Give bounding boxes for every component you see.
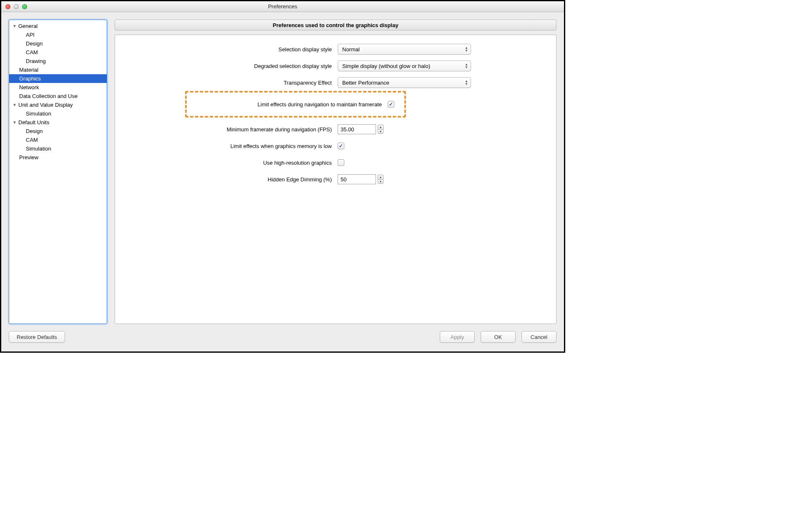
sidebar-item-label: Default Units	[18, 119, 49, 125]
select-value: Normal	[342, 46, 360, 53]
disclosure-triangle-icon[interactable]: ▼	[13, 120, 18, 125]
stepper-up-icon[interactable]: ▲	[378, 175, 383, 179]
disclosure-triangle-icon[interactable]: ▼	[13, 24, 18, 28]
sidebar-item-unit-value-display[interactable]: ▼ Unit and Value Display	[9, 100, 107, 109]
main-panel: Preferences used to control the graphics…	[115, 20, 556, 324]
select-transparency[interactable]: Better Performance ▲▼	[338, 77, 471, 88]
input-min-fps[interactable]	[338, 124, 376, 134]
sidebar-item-material[interactable]: Material	[9, 65, 107, 74]
sidebar-item-design-2[interactable]: Design	[9, 127, 107, 136]
apply-button[interactable]: Apply	[440, 331, 475, 343]
stepper-dimming[interactable]: ▲ ▼	[378, 175, 383, 184]
sidebar-item-label: Data Collection and Use	[19, 93, 78, 99]
footer: Restore Defaults Apply OK Cancel	[1, 328, 564, 351]
label-min-fps: Minimum framerate during navigation (FPS…	[123, 126, 332, 133]
select-value: Better Performance	[342, 80, 389, 86]
select-arrows-icon: ▲▼	[465, 46, 468, 52]
sidebar-item-label: CAM	[26, 137, 38, 143]
preferences-sidebar[interactable]: ▼ General API Design CAM Drawing Materia…	[9, 20, 107, 324]
row-high-res: Use high-resolution graphics ✓	[123, 154, 548, 171]
titlebar: Preferences	[1, 1, 564, 12]
sidebar-item-label: Drawing	[26, 58, 46, 64]
sidebar-item-cam-2[interactable]: CAM	[9, 136, 107, 144]
content-area: ▼ General API Design CAM Drawing Materia…	[1, 12, 564, 328]
stepper-up-icon[interactable]: ▲	[378, 125, 383, 129]
checkbox-high-res[interactable]: ✓	[338, 159, 344, 166]
label-high-res: Use high-resolution graphics	[123, 160, 332, 166]
sidebar-item-data-collection[interactable]: Data Collection and Use	[9, 92, 107, 100]
panel-header: Preferences used to control the graphics…	[115, 20, 556, 30]
sidebar-item-label: Design	[26, 40, 43, 47]
checkbox-limit-memory[interactable]: ✓	[338, 143, 344, 149]
row-selection-style: Selection display style Normal ▲▼	[123, 41, 548, 58]
restore-defaults-button[interactable]: Restore Defaults	[9, 331, 65, 343]
label-transparency: Transparency Effect	[123, 80, 332, 86]
select-arrows-icon: ▲▼	[465, 80, 468, 85]
label-dimming: Hidden Edge Dimming (%)	[123, 176, 332, 183]
sidebar-item-drawing[interactable]: Drawing	[9, 57, 107, 65]
window-title: Preferences	[1, 3, 564, 10]
sidebar-item-api[interactable]: API	[9, 30, 107, 39]
stepper-down-icon[interactable]: ▼	[378, 179, 383, 184]
sidebar-item-cam[interactable]: CAM	[9, 48, 107, 57]
label-limit-navigation-effects: Limit effects during navigation to maint…	[187, 101, 382, 108]
row-degraded-style: Degraded selection display style Simple …	[123, 58, 548, 74]
panel-body: Selection display style Normal ▲▼ Degrad…	[115, 35, 556, 324]
row-dimming: Hidden Edge Dimming (%) ▲ ▼	[123, 171, 548, 188]
sidebar-item-label: Preview	[19, 154, 38, 161]
select-degraded-style[interactable]: Simple display (without glow or halo) ▲▼	[338, 60, 471, 71]
select-arrows-icon: ▲▼	[465, 63, 468, 69]
disclosure-triangle-icon[interactable]: ▼	[13, 103, 18, 107]
select-selection-style[interactable]: Normal ▲▼	[338, 44, 471, 55]
highlight-annotation: Limit effects during navigation to maint…	[185, 91, 406, 118]
ok-button[interactable]: OK	[481, 331, 516, 343]
sidebar-item-label: General	[18, 23, 38, 29]
sidebar-item-simulation-2[interactable]: Simulation	[9, 144, 107, 153]
sidebar-item-label: Material	[19, 67, 38, 73]
cancel-button[interactable]: Cancel	[521, 331, 556, 343]
row-limit-memory: Limit effects when graphics memory is lo…	[123, 138, 548, 154]
stepper-min-fps[interactable]: ▲ ▼	[378, 125, 383, 134]
sidebar-item-design[interactable]: Design	[9, 39, 107, 48]
sidebar-item-default-units[interactable]: ▼ Default Units	[9, 118, 107, 127]
stepper-down-icon[interactable]: ▼	[378, 129, 383, 134]
input-dimming[interactable]	[338, 174, 376, 184]
sidebar-item-graphics[interactable]: Graphics	[9, 74, 107, 83]
label-selection-style: Selection display style	[123, 46, 332, 53]
sidebar-item-general[interactable]: ▼ General	[9, 22, 107, 30]
checkbox-limit-navigation-effects[interactable]: ✓	[388, 101, 394, 108]
sidebar-item-label: Unit and Value Display	[18, 102, 73, 108]
sidebar-item-label: API	[26, 32, 35, 38]
row-transparency: Transparency Effect Better Performance ▲…	[123, 74, 548, 91]
sidebar-item-label: Simulation	[26, 146, 51, 152]
sidebar-item-label: Network	[19, 84, 39, 90]
sidebar-item-network[interactable]: Network	[9, 83, 107, 92]
sidebar-item-label: Simulation	[26, 110, 51, 117]
sidebar-item-label: Design	[26, 128, 43, 134]
sidebar-item-label: Graphics	[19, 75, 41, 82]
row-min-fps: Minimum framerate during navigation (FPS…	[123, 121, 548, 138]
sidebar-item-preview[interactable]: Preview	[9, 153, 107, 162]
label-limit-memory: Limit effects when graphics memory is lo…	[123, 143, 332, 149]
select-value: Simple display (without glow or halo)	[342, 63, 430, 69]
preferences-window: Preferences ▼ General API Design CAM Dra…	[0, 0, 565, 353]
sidebar-item-simulation[interactable]: Simulation	[9, 109, 107, 118]
label-degraded-style: Degraded selection display style	[123, 63, 332, 69]
sidebar-item-label: CAM	[26, 49, 38, 55]
